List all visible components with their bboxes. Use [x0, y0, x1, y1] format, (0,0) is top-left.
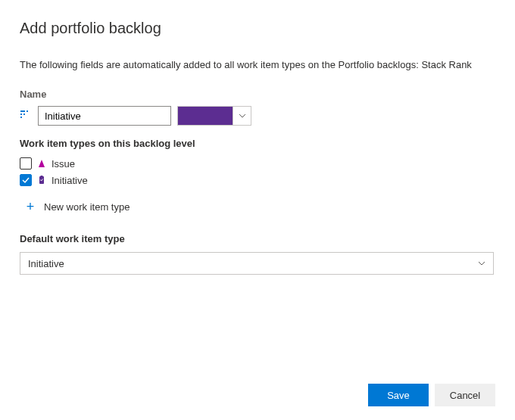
svg-rect-6 [41, 176, 43, 177]
default-type-label: Default work item type [20, 233, 495, 244]
default-type-value: Initiative [28, 258, 64, 269]
issue-label: Issue [52, 158, 75, 170]
backlog-type-icon [20, 110, 32, 122]
work-item-types-label: Work item types on this backlog level [20, 138, 495, 149]
checkmark-icon [21, 176, 30, 185]
save-button[interactable]: Save [368, 384, 429, 406]
dialog-title: Add portfolio backlog [20, 20, 495, 37]
work-item-types-list: Issue Initiative [20, 155, 495, 188]
initiative-label: Initiative [52, 175, 88, 186]
default-type-select[interactable]: Initiative [20, 252, 494, 275]
issue-icon [36, 158, 47, 169]
dialog-footer: Save Cancel [368, 384, 495, 406]
work-item-row-initiative: Initiative [20, 172, 495, 188]
color-swatch [178, 107, 233, 125]
svg-rect-2 [20, 114, 22, 115]
description-text: The following fields are automatically a… [20, 58, 495, 72]
chevron-down-icon [478, 261, 485, 266]
plus-icon: + [24, 199, 36, 215]
name-label: Name [20, 89, 495, 100]
initiative-checkbox[interactable] [20, 174, 32, 186]
name-row [20, 106, 495, 126]
color-dropdown-button[interactable] [233, 107, 251, 125]
initiative-icon [36, 175, 47, 185]
issue-checkbox[interactable] [20, 157, 32, 170]
svg-rect-4 [20, 117, 22, 118]
cancel-button[interactable]: Cancel [435, 384, 495, 406]
chevron-down-icon [239, 114, 246, 118]
work-item-row-issue: Issue [20, 155, 495, 172]
name-input[interactable] [38, 106, 171, 126]
new-work-item-type-link[interactable]: + New work item type [20, 196, 495, 218]
color-picker[interactable] [177, 106, 251, 126]
svg-rect-3 [23, 114, 25, 115]
svg-rect-1 [27, 110, 28, 112]
new-work-item-type-label: New work item type [44, 201, 130, 213]
svg-rect-0 [20, 110, 25, 112]
